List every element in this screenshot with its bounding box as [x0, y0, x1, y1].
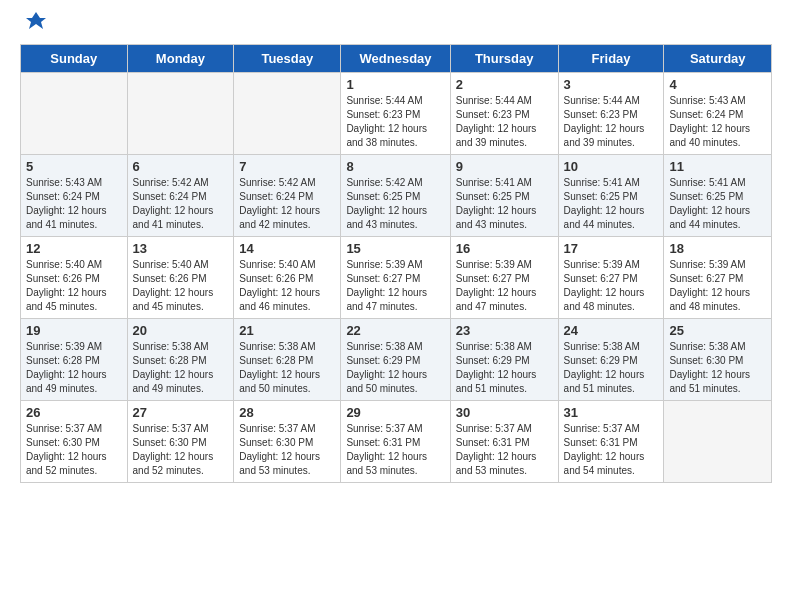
day-info: Sunrise: 5:40 AM Sunset: 6:26 PM Dayligh… — [26, 258, 122, 314]
calendar-week-row: 12Sunrise: 5:40 AM Sunset: 6:26 PM Dayli… — [21, 237, 772, 319]
calendar-cell: 24Sunrise: 5:38 AM Sunset: 6:29 PM Dayli… — [558, 319, 664, 401]
calendar-cell: 15Sunrise: 5:39 AM Sunset: 6:27 PM Dayli… — [341, 237, 450, 319]
day-of-week-header: Sunday — [21, 45, 128, 73]
day-of-week-header: Monday — [127, 45, 234, 73]
day-number: 6 — [133, 159, 229, 174]
day-info: Sunrise: 5:41 AM Sunset: 6:25 PM Dayligh… — [456, 176, 553, 232]
day-info: Sunrise: 5:39 AM Sunset: 6:28 PM Dayligh… — [26, 340, 122, 396]
day-number: 10 — [564, 159, 659, 174]
day-number: 29 — [346, 405, 444, 420]
day-number: 1 — [346, 77, 444, 92]
day-number: 18 — [669, 241, 766, 256]
logo — [20, 20, 48, 34]
day-number: 30 — [456, 405, 553, 420]
day-info: Sunrise: 5:38 AM Sunset: 6:29 PM Dayligh… — [346, 340, 444, 396]
day-info: Sunrise: 5:37 AM Sunset: 6:31 PM Dayligh… — [564, 422, 659, 478]
logo-icon — [24, 10, 48, 34]
day-info: Sunrise: 5:42 AM Sunset: 6:24 PM Dayligh… — [133, 176, 229, 232]
day-info: Sunrise: 5:39 AM Sunset: 6:27 PM Dayligh… — [564, 258, 659, 314]
day-number: 15 — [346, 241, 444, 256]
calendar-cell: 25Sunrise: 5:38 AM Sunset: 6:30 PM Dayli… — [664, 319, 772, 401]
day-of-week-header: Wednesday — [341, 45, 450, 73]
calendar-cell: 14Sunrise: 5:40 AM Sunset: 6:26 PM Dayli… — [234, 237, 341, 319]
calendar-week-row: 26Sunrise: 5:37 AM Sunset: 6:30 PM Dayli… — [21, 401, 772, 483]
day-info: Sunrise: 5:37 AM Sunset: 6:30 PM Dayligh… — [26, 422, 122, 478]
calendar-cell: 28Sunrise: 5:37 AM Sunset: 6:30 PM Dayli… — [234, 401, 341, 483]
day-number: 24 — [564, 323, 659, 338]
calendar-cell: 1Sunrise: 5:44 AM Sunset: 6:23 PM Daylig… — [341, 73, 450, 155]
calendar-cell: 19Sunrise: 5:39 AM Sunset: 6:28 PM Dayli… — [21, 319, 128, 401]
day-number: 8 — [346, 159, 444, 174]
calendar-cell: 20Sunrise: 5:38 AM Sunset: 6:28 PM Dayli… — [127, 319, 234, 401]
day-info: Sunrise: 5:44 AM Sunset: 6:23 PM Dayligh… — [456, 94, 553, 150]
day-info: Sunrise: 5:37 AM Sunset: 6:31 PM Dayligh… — [346, 422, 444, 478]
calendar-cell — [234, 73, 341, 155]
calendar-cell: 11Sunrise: 5:41 AM Sunset: 6:25 PM Dayli… — [664, 155, 772, 237]
calendar-cell: 8Sunrise: 5:42 AM Sunset: 6:25 PM Daylig… — [341, 155, 450, 237]
day-number: 11 — [669, 159, 766, 174]
calendar-cell: 30Sunrise: 5:37 AM Sunset: 6:31 PM Dayli… — [450, 401, 558, 483]
day-info: Sunrise: 5:44 AM Sunset: 6:23 PM Dayligh… — [564, 94, 659, 150]
day-of-week-header: Friday — [558, 45, 664, 73]
day-info: Sunrise: 5:39 AM Sunset: 6:27 PM Dayligh… — [669, 258, 766, 314]
calendar-cell: 17Sunrise: 5:39 AM Sunset: 6:27 PM Dayli… — [558, 237, 664, 319]
day-info: Sunrise: 5:37 AM Sunset: 6:31 PM Dayligh… — [456, 422, 553, 478]
day-info: Sunrise: 5:37 AM Sunset: 6:30 PM Dayligh… — [133, 422, 229, 478]
calendar-cell: 10Sunrise: 5:41 AM Sunset: 6:25 PM Dayli… — [558, 155, 664, 237]
day-number: 12 — [26, 241, 122, 256]
day-info: Sunrise: 5:39 AM Sunset: 6:27 PM Dayligh… — [346, 258, 444, 314]
day-of-week-header: Thursday — [450, 45, 558, 73]
day-info: Sunrise: 5:38 AM Sunset: 6:29 PM Dayligh… — [456, 340, 553, 396]
day-number: 13 — [133, 241, 229, 256]
calendar-cell: 5Sunrise: 5:43 AM Sunset: 6:24 PM Daylig… — [21, 155, 128, 237]
calendar-cell: 6Sunrise: 5:42 AM Sunset: 6:24 PM Daylig… — [127, 155, 234, 237]
day-number: 25 — [669, 323, 766, 338]
day-info: Sunrise: 5:40 AM Sunset: 6:26 PM Dayligh… — [239, 258, 335, 314]
day-info: Sunrise: 5:38 AM Sunset: 6:30 PM Dayligh… — [669, 340, 766, 396]
day-info: Sunrise: 5:42 AM Sunset: 6:24 PM Dayligh… — [239, 176, 335, 232]
day-number: 16 — [456, 241, 553, 256]
day-number: 14 — [239, 241, 335, 256]
calendar-week-row: 19Sunrise: 5:39 AM Sunset: 6:28 PM Dayli… — [21, 319, 772, 401]
day-info: Sunrise: 5:38 AM Sunset: 6:29 PM Dayligh… — [564, 340, 659, 396]
calendar-header-row: SundayMondayTuesdayWednesdayThursdayFrid… — [21, 45, 772, 73]
day-number: 20 — [133, 323, 229, 338]
calendar-cell: 27Sunrise: 5:37 AM Sunset: 6:30 PM Dayli… — [127, 401, 234, 483]
day-info: Sunrise: 5:41 AM Sunset: 6:25 PM Dayligh… — [564, 176, 659, 232]
day-of-week-header: Tuesday — [234, 45, 341, 73]
day-number: 21 — [239, 323, 335, 338]
day-of-week-header: Saturday — [664, 45, 772, 73]
calendar-cell: 22Sunrise: 5:38 AM Sunset: 6:29 PM Dayli… — [341, 319, 450, 401]
calendar-cell: 31Sunrise: 5:37 AM Sunset: 6:31 PM Dayli… — [558, 401, 664, 483]
day-number: 22 — [346, 323, 444, 338]
calendar-cell: 21Sunrise: 5:38 AM Sunset: 6:28 PM Dayli… — [234, 319, 341, 401]
day-number: 27 — [133, 405, 229, 420]
day-number: 17 — [564, 241, 659, 256]
day-number: 4 — [669, 77, 766, 92]
day-number: 31 — [564, 405, 659, 420]
day-number: 3 — [564, 77, 659, 92]
day-number: 2 — [456, 77, 553, 92]
day-info: Sunrise: 5:40 AM Sunset: 6:26 PM Dayligh… — [133, 258, 229, 314]
day-info: Sunrise: 5:37 AM Sunset: 6:30 PM Dayligh… — [239, 422, 335, 478]
calendar-cell: 12Sunrise: 5:40 AM Sunset: 6:26 PM Dayli… — [21, 237, 128, 319]
calendar-cell: 18Sunrise: 5:39 AM Sunset: 6:27 PM Dayli… — [664, 237, 772, 319]
calendar-cell: 29Sunrise: 5:37 AM Sunset: 6:31 PM Dayli… — [341, 401, 450, 483]
calendar-cell: 13Sunrise: 5:40 AM Sunset: 6:26 PM Dayli… — [127, 237, 234, 319]
calendar-week-row: 1Sunrise: 5:44 AM Sunset: 6:23 PM Daylig… — [21, 73, 772, 155]
day-number: 28 — [239, 405, 335, 420]
day-info: Sunrise: 5:44 AM Sunset: 6:23 PM Dayligh… — [346, 94, 444, 150]
calendar-cell: 4Sunrise: 5:43 AM Sunset: 6:24 PM Daylig… — [664, 73, 772, 155]
day-number: 5 — [26, 159, 122, 174]
day-info: Sunrise: 5:43 AM Sunset: 6:24 PM Dayligh… — [669, 94, 766, 150]
calendar-cell: 16Sunrise: 5:39 AM Sunset: 6:27 PM Dayli… — [450, 237, 558, 319]
day-number: 9 — [456, 159, 553, 174]
day-number: 26 — [26, 405, 122, 420]
day-info: Sunrise: 5:39 AM Sunset: 6:27 PM Dayligh… — [456, 258, 553, 314]
calendar-cell: 26Sunrise: 5:37 AM Sunset: 6:30 PM Dayli… — [21, 401, 128, 483]
day-info: Sunrise: 5:38 AM Sunset: 6:28 PM Dayligh… — [133, 340, 229, 396]
calendar-cell: 23Sunrise: 5:38 AM Sunset: 6:29 PM Dayli… — [450, 319, 558, 401]
day-info: Sunrise: 5:43 AM Sunset: 6:24 PM Dayligh… — [26, 176, 122, 232]
day-info: Sunrise: 5:42 AM Sunset: 6:25 PM Dayligh… — [346, 176, 444, 232]
calendar-cell: 7Sunrise: 5:42 AM Sunset: 6:24 PM Daylig… — [234, 155, 341, 237]
